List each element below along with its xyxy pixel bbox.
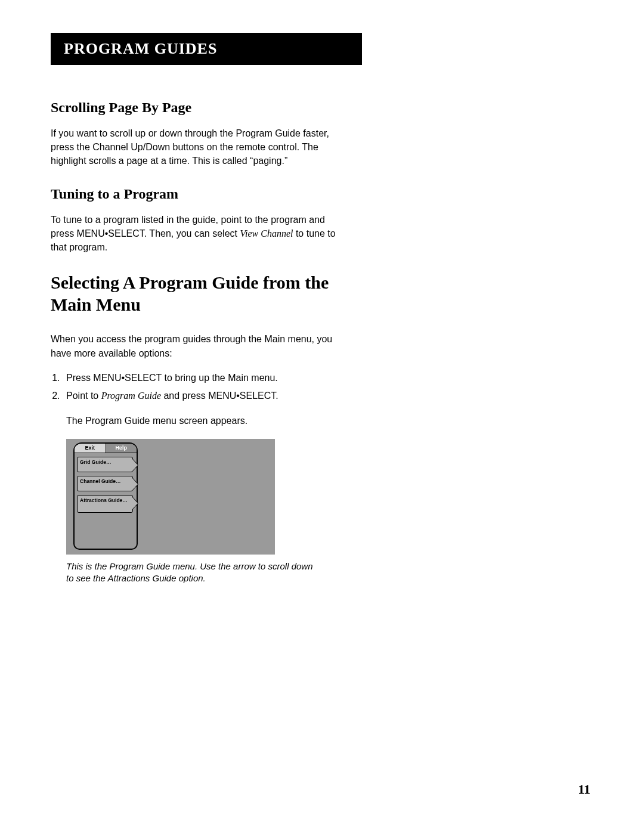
figure-screenshot: Exit Help Grid Guide… Channel Guide… Att… bbox=[66, 439, 275, 555]
section-heading-selecting-guide: Selecting A Program Guide from the Main … bbox=[51, 272, 343, 315]
step-1: Press MENU•SELECT to bring up the Main m… bbox=[63, 371, 343, 385]
section-intro-selecting: When you access the program guides throu… bbox=[51, 332, 343, 360]
menu-panel: Exit Help Grid Guide… Channel Guide… Att… bbox=[73, 442, 138, 550]
step-2: Point to Program Guide and press MENU•SE… bbox=[63, 389, 343, 403]
tuning-text-italic: View Channel bbox=[240, 228, 293, 239]
figure-caption: This is the Program Guide menu. Use the … bbox=[66, 561, 323, 585]
steps-list: Press MENU•SELECT to bring up the Main m… bbox=[51, 371, 343, 403]
main-content-column: Scrolling Page By Page If you want to sc… bbox=[51, 100, 343, 584]
menu-item-channel-guide[interactable]: Channel Guide… bbox=[77, 476, 133, 491]
step-2-post: and press MENU•SELECT. bbox=[161, 391, 278, 401]
section-heading-scrolling: Scrolling Page By Page bbox=[51, 100, 343, 116]
menu-tab-row: Exit Help bbox=[75, 442, 137, 453]
step-2-pre: Point to bbox=[66, 391, 101, 401]
section-body-scrolling: If you want to scroll up or down through… bbox=[51, 126, 343, 168]
page-container: PROGRAM GUIDES Scrolling Page By Page If… bbox=[0, 0, 644, 833]
step-2-substep: The Program Guide menu screen appears. bbox=[66, 414, 343, 428]
tab-help[interactable]: Help bbox=[106, 444, 137, 453]
menu-item-grid-guide[interactable]: Grid Guide… bbox=[77, 457, 133, 472]
page-number: 11 bbox=[578, 782, 590, 797]
page-header-title: PROGRAM GUIDES bbox=[64, 40, 217, 57]
section-heading-tuning: Tuning to a Program bbox=[51, 186, 343, 202]
step-2-italic: Program Guide bbox=[101, 391, 161, 401]
page-header: PROGRAM GUIDES bbox=[51, 33, 362, 65]
section-body-tuning: To tune to a program listed in the guide… bbox=[51, 213, 343, 255]
tab-exit[interactable]: Exit bbox=[75, 444, 106, 453]
menu-item-attractions-guide[interactable]: Attractions Guide… bbox=[77, 495, 133, 513]
